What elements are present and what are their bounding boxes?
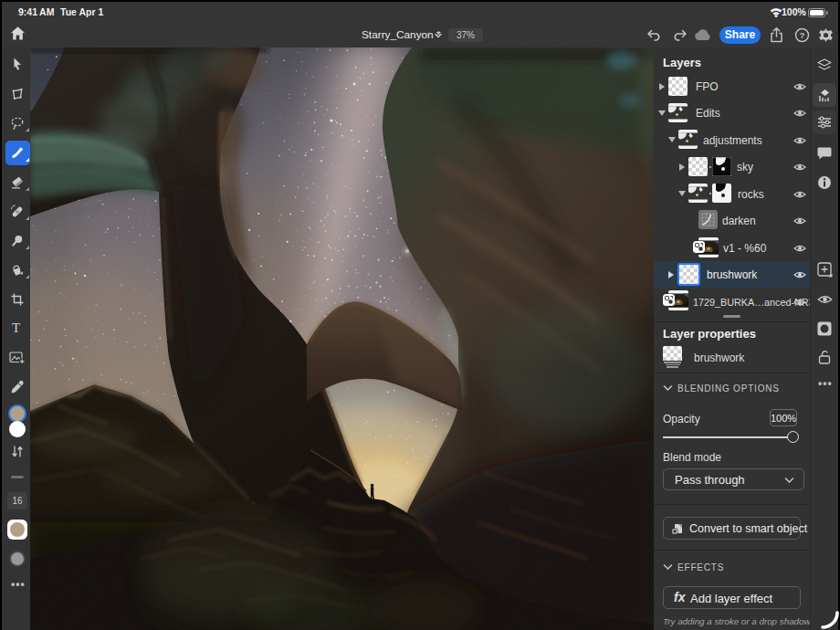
svg-text:?: ? [800, 30, 805, 40]
